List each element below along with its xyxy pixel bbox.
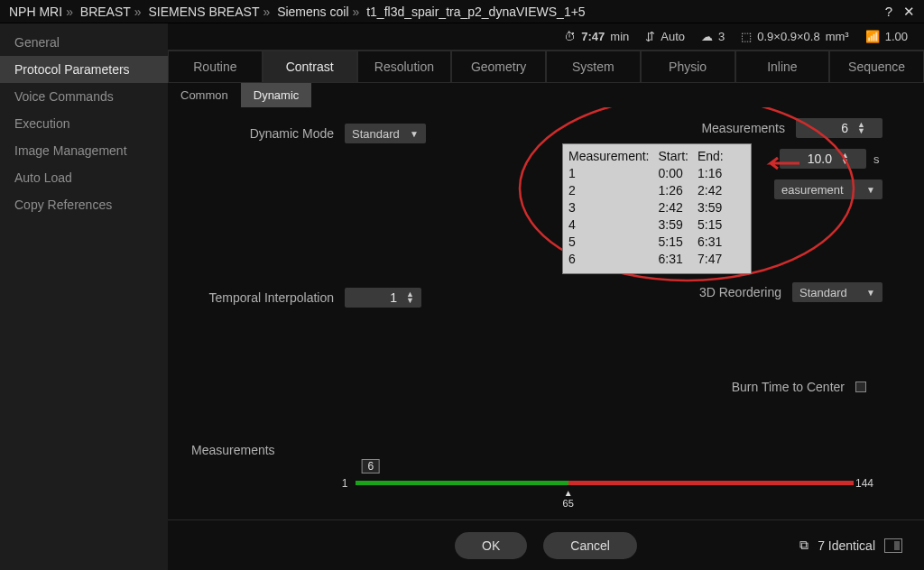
pause-duration-stepper[interactable]: ▲▼ <box>780 149 866 169</box>
measurements-stepper[interactable]: ▲▼ <box>796 118 882 138</box>
reordering-select[interactable]: Standard ▼ <box>792 282 882 302</box>
temporal-interpolation-label: Temporal Interpolation <box>191 290 345 305</box>
measurement-timings-tooltip: Measurement: Start: End: 10:001:16 21:26… <box>562 143 752 274</box>
tab-physio[interactable]: Physio <box>641 51 735 82</box>
sidebar-item-image-management[interactable]: Image Management <box>0 137 168 164</box>
measurements-label: Measurements <box>603 121 789 135</box>
signal-value: 1.00 <box>885 30 908 43</box>
tooltip-cell: 7:47 <box>698 251 733 268</box>
tooltip-cell: 2 <box>568 182 658 199</box>
tab-system[interactable]: System <box>546 51 641 82</box>
tooltip-cell: 1:16 <box>698 165 733 182</box>
tooltip-cell: 6 <box>568 251 658 268</box>
burn-time-label: Burn Time to Center <box>603 380 848 394</box>
chevron-down-icon: ▼ <box>410 129 419 139</box>
tooltip-cell: 1 <box>568 165 658 182</box>
slider-mid-marker: 65 <box>563 488 574 509</box>
crumb: t1_fl3d_spair_tra_p2_dynaVIEWS_1+5 <box>366 5 585 19</box>
sliders-icon: ⇵ <box>645 30 655 43</box>
tooltip-cell: 6:31 <box>658 251 697 268</box>
status-bar: ⏱ 7:47 min ⇵ Auto ☁ 3 ⬚ 0.9×0.9×0.8 mm³ … <box>168 23 924 51</box>
voxel-size: 0.9×0.9×0.8 <box>757 30 819 43</box>
wifi-icon: 📶 <box>865 30 880 43</box>
ok-button[interactable]: OK <box>455 532 527 559</box>
tab-inline[interactable]: Inline <box>735 51 830 82</box>
tooltip-head-start: Start: <box>658 148 697 165</box>
spinner-arrows-icon[interactable]: ▲▼ <box>406 291 414 304</box>
tab-geometry[interactable]: Geometry <box>451 51 546 82</box>
cycle-value: easurement <box>781 183 844 197</box>
chevron-down-icon: ▼ <box>866 185 875 195</box>
sidebar-item-auto-load[interactable]: Auto Load <box>0 164 168 191</box>
crumb: SIEMENS BREAST <box>149 5 260 19</box>
tooltip-cell: 5:15 <box>698 216 733 234</box>
dynamic-mode-label: Dynamic Mode <box>191 126 345 141</box>
tooltip-head-measurement: Measurement: <box>568 148 658 165</box>
spinner-arrows-icon[interactable]: ▲▼ <box>841 152 849 165</box>
dynamic-mode-select[interactable]: Standard ▼ <box>345 124 426 143</box>
tooltip-cell: 4 <box>568 216 658 234</box>
cloud-count: 3 <box>718 30 725 43</box>
sidebar-item-protocol-parameters[interactable]: Protocol Parameters <box>0 56 168 83</box>
stopwatch-icon: ⏱ <box>564 30 576 43</box>
temporal-interpolation-stepper[interactable]: ▲▼ <box>345 288 421 308</box>
crumb: NPH MRI <box>9 5 62 19</box>
chevron-down-icon: ▼ <box>866 288 875 298</box>
identical-count[interactable]: 7 Identical <box>818 538 875 553</box>
slider-label: Measurements <box>191 443 275 457</box>
scan-time: 7:47 <box>581 30 605 43</box>
tab-routine[interactable]: Routine <box>168 51 263 82</box>
crumb: BREAST <box>80 5 131 19</box>
measurements-slider[interactable]: 1 6 65 144 <box>345 463 864 508</box>
dynamic-mode-value: Standard <box>352 127 400 141</box>
auto-label: Auto <box>661 30 685 43</box>
parameter-tabs: Routine Contrast Resolution Geometry Sys… <box>168 51 924 83</box>
tooltip-cell: 3 <box>568 199 658 216</box>
tab-resolution[interactable]: Resolution <box>357 51 452 82</box>
sidebar-item-execution[interactable]: Execution <box>0 110 168 137</box>
tooltip-cell: 0:00 <box>658 165 697 182</box>
tab-contrast[interactable]: Contrast <box>263 51 357 82</box>
cancel-button[interactable]: Cancel <box>543 532 637 559</box>
burn-time-checkbox[interactable] <box>855 382 866 392</box>
cycle-select[interactable]: easurement ▼ <box>774 179 882 199</box>
tooltip-cell: 6:31 <box>698 234 733 251</box>
reordering-value: Standard <box>799 286 847 299</box>
copy-icon: ⧉ <box>799 538 808 553</box>
tab-sequence[interactable]: Sequence <box>829 51 924 82</box>
spinner-arrows-icon[interactable]: ▲▼ <box>857 122 865 134</box>
slider-min: 1 <box>342 477 348 490</box>
tooltip-cell: 1:26 <box>658 182 697 199</box>
reordering-label: 3D Reordering <box>603 285 785 299</box>
temporal-interpolation-input[interactable] <box>352 290 397 305</box>
layout-toggle[interactable] <box>884 538 902 553</box>
title-bar: NPH MRI» BREAST» SIEMENS BREAST» Siemens… <box>0 0 924 23</box>
tooltip-cell: 2:42 <box>698 182 733 199</box>
sidebar-item-general[interactable]: General <box>0 29 168 56</box>
contrast-subtabs: Common Dynamic <box>168 83 924 107</box>
pause-unit: s <box>873 152 882 166</box>
tooltip-cell: 5 <box>568 234 658 251</box>
sidebar-item-voice-commands[interactable]: Voice Commands <box>0 83 168 110</box>
sidebar-item-copy-references[interactable]: Copy References <box>0 191 168 218</box>
subtab-dynamic[interactable]: Dynamic <box>241 83 312 107</box>
crumb: Siemens coil <box>277 5 348 19</box>
subtab-common[interactable]: Common <box>168 83 241 107</box>
tooltip-cell: 5:15 <box>658 234 697 251</box>
cloud-icon: ☁ <box>701 30 713 43</box>
voxel-unit: mm³ <box>826 30 849 43</box>
tooltip-head-end: End: <box>698 148 733 165</box>
slider-value-tag: 6 <box>361 459 380 473</box>
measurements-input[interactable] <box>803 121 848 135</box>
sidebar: General Protocol Parameters Voice Comman… <box>0 23 168 570</box>
help-icon[interactable]: ? <box>885 4 892 19</box>
tooltip-cell: 2:42 <box>658 199 697 216</box>
breadcrumb: NPH MRI» BREAST» SIEMENS BREAST» Siemens… <box>9 5 874 19</box>
cube-icon: ⬚ <box>741 30 752 43</box>
tooltip-cell: 3:59 <box>658 216 697 234</box>
tooltip-cell: 3:59 <box>698 199 733 216</box>
scan-time-unit: min <box>610 30 629 43</box>
close-icon[interactable]: ✕ <box>903 4 915 20</box>
pause-duration-input[interactable] <box>787 152 832 166</box>
slider-max: 144 <box>855 477 873 490</box>
